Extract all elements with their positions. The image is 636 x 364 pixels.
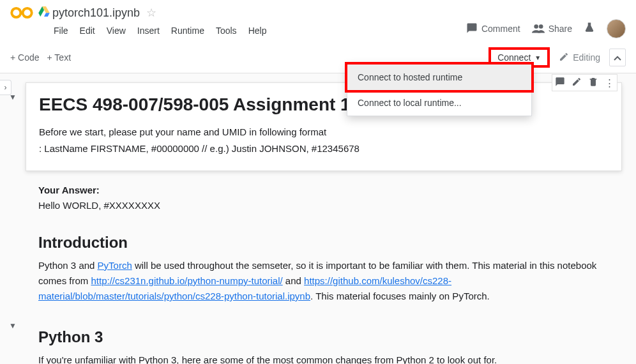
comment-cell-icon[interactable]	[555, 77, 565, 89]
collapse-header-button[interactable]	[609, 49, 626, 66]
share-icon	[532, 23, 545, 35]
chevron-right-icon: ›	[4, 83, 7, 92]
python3-heading: Python 3	[38, 328, 627, 346]
svg-point-0	[11, 8, 20, 17]
menu-view[interactable]: View	[102, 23, 131, 38]
menu-tools[interactable]: Tools	[211, 23, 242, 38]
avatar[interactable]	[607, 19, 626, 38]
comment-button[interactable]: Comment	[466, 22, 520, 36]
comment-icon	[466, 22, 478, 36]
pencil-icon	[559, 52, 569, 64]
colab-logo-icon	[10, 5, 33, 20]
menu-edit[interactable]: Edit	[75, 23, 100, 38]
python3-text: If you're unfamiliar with Python 3, here…	[38, 354, 497, 364]
text-cell[interactable]: ⋮ EECS 498-007/598-005 Assignment 1- Bef…	[26, 82, 622, 171]
menu-help[interactable]: Help	[243, 23, 272, 38]
chevron-up-icon	[614, 52, 621, 63]
connect-label: Connect	[497, 52, 531, 63]
your-answer-value: Hello WORLD, #XXXXXXXX	[38, 200, 160, 211]
connect-local-item[interactable]: Connect to local runtime...	[347, 90, 531, 116]
tutorial-link-1[interactable]: http://cs231n.github.io/python-numpy-tut…	[91, 275, 283, 286]
expand-sidebar-button[interactable]: ›	[0, 80, 11, 95]
your-answer-label: Your Answer:	[38, 185, 100, 195]
share-label: Share	[549, 24, 572, 34]
notebook-title[interactable]: pytorch101.ipynb	[52, 6, 140, 20]
intro-para-pre: Python 3 and	[38, 260, 98, 271]
pytorch-link[interactable]: PyTorch	[98, 260, 132, 271]
drive-icon	[38, 6, 50, 19]
svg-point-6	[538, 24, 543, 29]
svg-point-5	[534, 24, 538, 29]
editing-mode[interactable]: Editing	[559, 52, 600, 64]
menu-runtime[interactable]: Runtime	[166, 23, 209, 38]
intro-para-end: . This material focuses mainly on PyTorc…	[310, 291, 490, 301]
delete-cell-icon[interactable]	[588, 77, 598, 89]
intro-text-1: Before we start, please put your name an…	[39, 124, 609, 140]
intro-text-2: : LastName FIRSTNAME, #00000000 // e.g.)…	[39, 140, 609, 157]
connect-hosted-item[interactable]: Connect to hosted runtime	[345, 62, 534, 93]
chevron-down-icon: ▼	[534, 54, 541, 61]
connect-dropdown: Connect to hosted runtime Connect to loc…	[347, 64, 532, 116]
cell-toolbar: ⋮	[552, 74, 617, 91]
intro-and: and	[283, 275, 304, 286]
menu-insert[interactable]: Insert	[132, 23, 165, 38]
comment-label: Comment	[481, 24, 520, 34]
experiment-icon[interactable]	[584, 22, 595, 36]
editing-label: Editing	[573, 52, 600, 63]
collapse-section-icon[interactable]: ▼	[9, 321, 17, 330]
star-icon[interactable]: ☆	[146, 6, 156, 20]
add-code-button[interactable]: + Code	[10, 52, 40, 63]
share-button[interactable]: Share	[532, 23, 572, 35]
introduction-heading: Introduction	[38, 234, 627, 252]
svg-point-1	[23, 8, 32, 17]
svg-marker-3	[44, 13, 50, 17]
menu-file[interactable]: File	[49, 23, 73, 38]
more-cell-icon[interactable]: ⋮	[605, 77, 614, 89]
add-text-button[interactable]: + Text	[47, 52, 72, 63]
edit-cell-icon[interactable]	[572, 77, 582, 89]
